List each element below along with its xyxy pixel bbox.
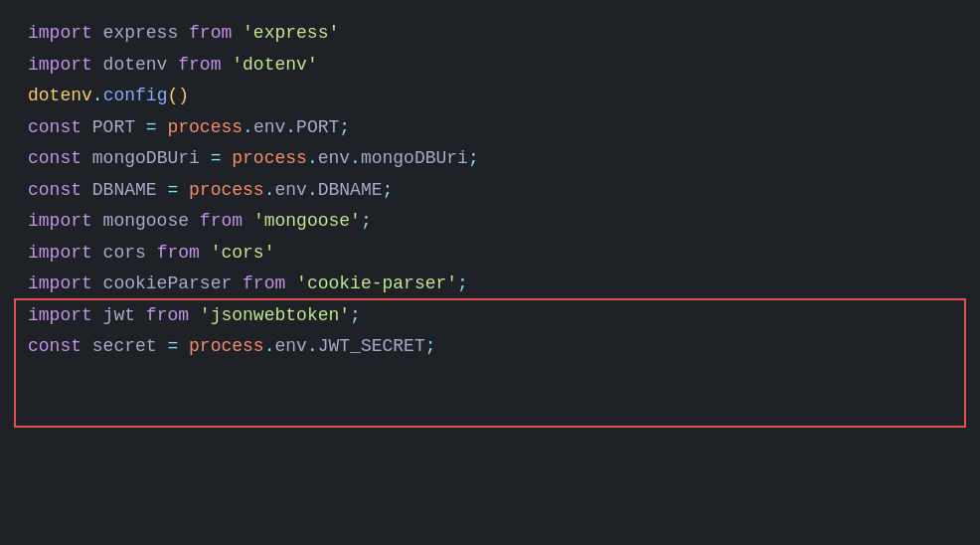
code-token: 'express' (243, 23, 339, 43)
code-token: express (92, 23, 189, 43)
code-token (200, 243, 211, 263)
code-token (232, 23, 243, 43)
code-token: . (307, 148, 318, 168)
code-token: . (307, 180, 318, 200)
code-token: = (146, 117, 157, 137)
code-token: dotenv (92, 55, 178, 75)
code-token: . (264, 180, 275, 200)
code-token: env (318, 148, 350, 168)
code-token: env (253, 117, 285, 137)
code-token: config (103, 86, 168, 105)
code-token: PORT (82, 117, 146, 137)
code-token: from (200, 211, 243, 231)
code-token: secret (82, 336, 167, 356)
code-token: JWT_SECRET (318, 336, 425, 356)
code-token: from (189, 23, 232, 43)
code-line: const secret = process.env.JWT_SECRET; (28, 331, 952, 363)
code-line: const PORT = process.env.PORT; (28, 112, 952, 144)
code-editor: import express from 'express'import dote… (0, 0, 980, 381)
code-token: 'mongoose' (253, 211, 361, 231)
code-line: import cors from 'cors' (28, 238, 952, 270)
code-line: import dotenv from 'dotenv' (28, 50, 952, 82)
code-token: from (178, 55, 221, 75)
code-token: from (157, 243, 200, 263)
code-token: dotenv (28, 86, 92, 105)
code-token: 'cors' (211, 243, 275, 263)
code-token: ; (383, 180, 394, 200)
code-token: ; (350, 305, 361, 325)
code-token: 'jsonwebtoken' (200, 305, 350, 325)
code-token: . (264, 336, 275, 356)
code-token: import (28, 23, 92, 43)
code-token: import (28, 273, 92, 293)
code-token (285, 273, 296, 293)
code-token: () (167, 86, 189, 105)
code-token: cors (92, 243, 157, 263)
code-token: const (28, 336, 82, 356)
code-token (243, 211, 253, 231)
code-token: const (28, 148, 82, 168)
code-token: cookieParser (92, 273, 243, 293)
code-token: mongoDBUri (361, 148, 468, 168)
code-token: process (178, 180, 263, 200)
code-token: = (211, 148, 222, 168)
code-token: process (157, 117, 243, 137)
code-token: . (92, 86, 103, 105)
code-token: process (178, 336, 263, 356)
code-token: 'dotenv' (232, 55, 317, 75)
code-token: DBNAME (318, 180, 383, 200)
code-token: from (243, 273, 285, 293)
code-token: . (243, 117, 253, 137)
code-token: const (28, 180, 82, 200)
code-token: import (28, 55, 92, 75)
code-lines: import express from 'express'import dote… (28, 18, 952, 363)
code-token (189, 305, 200, 325)
code-token: mongoDBUri (82, 148, 211, 168)
code-line: const DBNAME = process.env.DBNAME; (28, 175, 952, 207)
code-token: const (28, 117, 82, 137)
code-line: import mongoose from 'mongoose'; (28, 206, 952, 238)
code-token: = (167, 336, 178, 356)
code-token: ; (457, 273, 468, 293)
code-line: import cookieParser from 'cookie-parser'… (28, 269, 952, 300)
code-token: from (146, 305, 189, 325)
code-token: env (274, 180, 306, 200)
code-token: ; (361, 211, 372, 231)
code-line: import jwt from 'jsonwebtoken'; (28, 300, 952, 332)
code-token: env (274, 336, 306, 356)
code-token: process (221, 148, 306, 168)
code-token: import (28, 243, 92, 263)
code-token: import (28, 305, 92, 325)
code-token: . (307, 336, 318, 356)
code-line: dotenv.config() (28, 81, 952, 112)
code-token: mongoose (92, 211, 200, 231)
code-token: ; (468, 148, 479, 168)
code-token: PORT (296, 117, 339, 137)
code-token: DBNAME (82, 180, 167, 200)
code-token: = (167, 180, 178, 200)
code-token: ; (339, 117, 350, 137)
code-token: . (350, 148, 361, 168)
code-token (221, 55, 232, 75)
code-line: import express from 'express' (28, 18, 952, 50)
code-token: . (285, 117, 296, 137)
code-token: jwt (92, 305, 146, 325)
code-token: import (28, 211, 92, 231)
code-line: const mongoDBUri = process.env.mongoDBUr… (28, 143, 952, 175)
code-token: 'cookie-parser' (296, 273, 457, 293)
code-token: ; (425, 336, 436, 356)
